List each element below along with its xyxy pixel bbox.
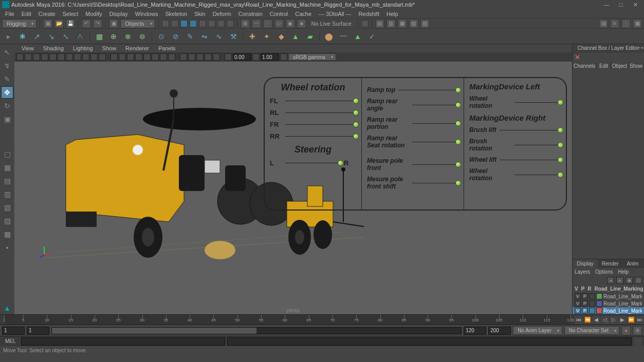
workspace-dropdown[interactable]: Rigging (2, 19, 36, 28)
vt-grid-icon[interactable] (58, 53, 65, 61)
layer-playback-toggle[interactable]: P (582, 308, 588, 314)
vt-shadows-icon[interactable] (135, 53, 142, 61)
menu-file[interactable]: File (2, 10, 17, 18)
vt-image-plane-icon[interactable] (41, 53, 48, 61)
script-editor-icon[interactable] (634, 337, 642, 346)
exposure-field[interactable] (233, 53, 251, 61)
layer-ref-toggle[interactable] (589, 293, 595, 299)
open-scene-icon[interactable]: 📂 (54, 19, 64, 28)
layertab-anim[interactable]: Anim (623, 259, 643, 268)
menu-display[interactable]: Display (106, 10, 131, 18)
shelf-paintweights-icon[interactable]: ✎ (184, 30, 196, 43)
menu-skin[interactable]: Skin (191, 10, 208, 18)
vt-xray-icon[interactable] (160, 53, 167, 61)
shelf-toggle-icon[interactable]: ▸ (2, 30, 14, 43)
vt-ao-icon[interactable] (188, 53, 195, 61)
menu-constrain[interactable]: Constrain (235, 10, 266, 18)
panel-toggle-modeling-icon[interactable]: ▤ (599, 19, 608, 28)
menu-deform[interactable]: Deform (210, 10, 234, 18)
slider-rampseat[interactable] (412, 142, 458, 142)
shelf-joint-icon[interactable]: ✱ (16, 30, 29, 43)
go-end-icon[interactable]: ⏭ (636, 316, 644, 324)
slider-ml-wheel[interactable] (514, 102, 561, 103)
save-scene-icon[interactable]: 💾 (66, 19, 75, 28)
layer-row[interactable]: VPRoad_Line_Marking_M (573, 293, 644, 300)
sel-mode-hierarchy-icon[interactable]: ▣ (109, 19, 118, 28)
shelf-pose-icon[interactable]: ⬤ (323, 30, 335, 43)
viewmenu-renderer[interactable]: Renderer (121, 45, 153, 52)
vt-res-gate-icon[interactable] (74, 53, 81, 61)
shelf-cluster-icon[interactable]: ⊕ (107, 30, 120, 43)
shelf-humanik-icon[interactable]: 𐤂 (74, 30, 86, 43)
shelf-constraint-point-icon[interactable]: ✦ (261, 30, 273, 43)
vt-smooth-shade-icon[interactable] (119, 53, 126, 61)
layer-color-swatch[interactable] (596, 293, 602, 299)
panel-toggle-channel-icon[interactable]: ▦ (633, 19, 642, 28)
step-back-icon[interactable]: ◀ (592, 316, 600, 324)
new-scene-icon[interactable]: ▦ (43, 19, 52, 28)
viewmenu-view[interactable]: View (17, 45, 38, 52)
step-fwd-key-icon[interactable]: ⏩ (627, 316, 635, 324)
vt-isolate-icon[interactable] (180, 53, 187, 61)
anim-start-field[interactable] (2, 327, 25, 335)
shelf-smooth-icon[interactable]: ∿ (213, 30, 225, 43)
layer-playback-toggle[interactable]: P (582, 300, 588, 307)
vt-xray-joints-icon[interactable] (168, 53, 175, 61)
slider-polefront[interactable] (412, 164, 458, 165)
slider-poleshift[interactable] (412, 183, 458, 183)
shelf-lattice-icon[interactable]: ▦ (93, 30, 105, 43)
chtab-edit[interactable]: Edit (597, 62, 611, 70)
panel-close-icon[interactable]: ▪ (641, 45, 643, 50)
command-input[interactable] (21, 337, 225, 346)
render-seq-icon[interactable]: ▨ (420, 19, 430, 28)
layertab-display[interactable]: Display (573, 259, 598, 268)
layout-two-h-icon[interactable]: ▤ (1, 175, 13, 187)
layout-two-v-icon[interactable]: ▥ (1, 188, 13, 200)
vt-film-gate-icon[interactable] (66, 53, 73, 61)
viewport-3d[interactable]: Wheel rotation FL RL FR RR Steering L R … (14, 62, 572, 314)
slider-rampangle[interactable] (412, 105, 458, 105)
mask-curve-icon[interactable] (180, 20, 188, 27)
rotate-tool-icon[interactable]: ↻ (1, 100, 13, 112)
layer-ref-toggle[interactable] (589, 308, 595, 314)
chtab-show[interactable]: Show (629, 62, 644, 70)
play-fwd-icon[interactable]: ▷ (610, 316, 618, 324)
menu-skeleton[interactable]: Skeleton (162, 10, 190, 18)
snap-grid-icon[interactable]: ⊞ (241, 19, 250, 28)
mask-handle-icon[interactable] (162, 20, 169, 27)
layout-persp-graph-icon[interactable]: ▨ (1, 215, 13, 227)
vt-safe-action-icon[interactable] (99, 53, 106, 61)
mask-misc-icon[interactable] (227, 20, 234, 27)
anim-end-field[interactable] (488, 327, 511, 335)
chtab-channels[interactable]: Channels (573, 62, 597, 70)
render-frame-icon[interactable]: ▤ (375, 19, 384, 28)
shelf-orient-icon[interactable]: ⤡ (60, 30, 72, 43)
shelf-constraint-parent-icon[interactable]: ✚ (246, 30, 259, 43)
mask-dynamic-icon[interactable] (208, 20, 215, 27)
ipr-render-icon[interactable]: ▥ (387, 19, 396, 28)
minimize-button[interactable]: — (600, 1, 613, 9)
step-fwd-icon[interactable]: ▶ (618, 316, 627, 324)
time-ruler[interactable]: 1510152025303540455055606570758085909510… (4, 315, 571, 325)
slider-fr[interactable] (285, 124, 356, 125)
layer-row[interactable]: VPRoad_Line_Marking_M (573, 307, 644, 314)
snap-live-icon[interactable]: ◉ (286, 19, 295, 28)
gamma-field[interactable] (261, 53, 279, 61)
slider-mr-wheellift[interactable] (500, 160, 561, 160)
layer-color-swatch[interactable] (596, 300, 602, 307)
snap-point-icon[interactable]: · (263, 19, 272, 28)
panel-toggle-tool-icon[interactable]: ⋮ (621, 19, 631, 28)
vt-bookmark-icon[interactable] (33, 53, 40, 61)
panel-toggle-attribute-icon[interactable]: ≡ (610, 19, 619, 28)
make-live-icon[interactable]: ◈ (297, 19, 306, 28)
menu-redshift[interactable]: Redshift (356, 10, 382, 18)
slider-rampportion[interactable] (412, 123, 458, 124)
layer-vis-toggle[interactable]: V (575, 308, 581, 314)
shelf-constraint-aim-icon[interactable]: ▰ (304, 30, 316, 43)
scale-tool-icon[interactable]: ▣ (1, 113, 13, 125)
shelf-wrap-icon[interactable]: ⊚ (136, 30, 149, 43)
layer-new-empty-icon[interactable]: ◆ (625, 277, 633, 284)
menu-help[interactable]: Help (383, 10, 401, 18)
menu-create[interactable]: Create (35, 10, 59, 18)
shelf-muscle-icon[interactable]: ▲ (352, 30, 364, 43)
